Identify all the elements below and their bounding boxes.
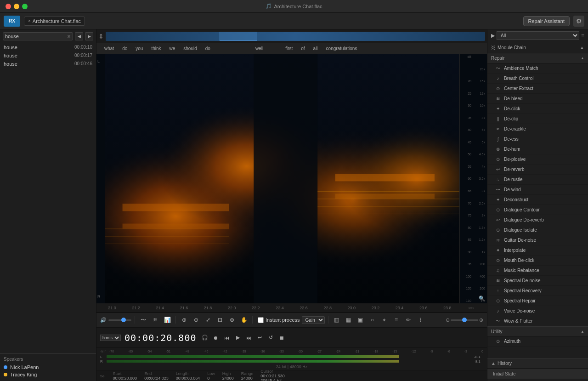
module-de-reverb[interactable]: ↩ De-reverb: [487, 165, 588, 175]
chain-expand-icon[interactable]: ▲: [580, 45, 584, 50]
history-initial-state[interactable]: Initial State: [487, 369, 588, 379]
module-deconstruct[interactable]: ✦ Deconstruct: [487, 195, 588, 205]
search-next-button[interactable]: ▶: [85, 32, 93, 40]
module-spectral-repair[interactable]: ⊙ Spectral Repair: [487, 296, 588, 306]
view-type-2-icon[interactable]: ▦: [344, 315, 354, 325]
waveform-minimap[interactable]: [106, 32, 485, 41]
word-chip[interactable]: do: [118, 45, 131, 52]
search-input-wrap[interactable]: ✕: [3, 32, 73, 40]
zoom-fit-icon[interactable]: ⤢: [203, 315, 213, 325]
module-de-plosive[interactable]: ⊙ De-plosive: [487, 154, 588, 165]
module-azimuth[interactable]: ⊙ Azimuth: [487, 336, 588, 347]
pencil-tool-icon[interactable]: ⌇: [415, 315, 425, 325]
zoom-out-icon[interactable]: ⊖: [191, 315, 201, 325]
lasso-tool-icon[interactable]: ⌖: [379, 315, 390, 325]
list-item[interactable]: house 00:00:17: [0, 51, 96, 60]
word-chip[interactable]: first: [281, 45, 297, 52]
list-item[interactable]: house 00:00:10: [0, 43, 96, 51]
view-type-1-icon[interactable]: ▥: [332, 315, 342, 325]
speaker-item[interactable]: Nick LaPenn: [4, 364, 92, 371]
module-dialogue-de-reverb[interactable]: ↩ Dialogue De-reverb: [487, 215, 588, 225]
module-de-hum[interactable]: ⊗ De-hum: [487, 144, 588, 154]
module-de-wind[interactable]: 〜 De-wind: [487, 185, 588, 195]
module-ambience-match[interactable]: 〜 Ambience Match: [487, 63, 588, 74]
noise-floor-icon[interactable]: ≋: [150, 315, 160, 325]
zoom-all-icon[interactable]: ⊕: [227, 315, 237, 325]
word-chip[interactable]: of: [297, 45, 309, 52]
module-de-bleed[interactable]: ≋ De-bleed: [487, 94, 588, 104]
zoom-in-small-icon[interactable]: ⊕: [479, 317, 483, 323]
module-spectral-recovery[interactable]: ↑ Spectral Recovery: [487, 286, 588, 296]
module-dialogue-contour[interactable]: ⊙ Dialogue Contour: [487, 205, 588, 215]
word-chip[interactable]: should: [179, 45, 201, 52]
module-interpolate[interactable]: ⁕ Interpolate: [487, 245, 588, 256]
end-button[interactable]: ⏹: [277, 333, 287, 342]
headphones-button[interactable]: 🎧: [200, 333, 209, 342]
module-voice-de-noise[interactable]: ♪ Voice De-noise: [487, 306, 588, 316]
module-wow-flutter[interactable]: 〜 Wow & Flutter: [487, 316, 588, 326]
search-clear-icon[interactable]: ✕: [67, 34, 71, 39]
word-chip[interactable]: we: [165, 45, 180, 52]
gain-select[interactable]: Gain: [302, 316, 325, 324]
record-button[interactable]: ⏺: [211, 333, 220, 342]
search-input[interactable]: [5, 34, 67, 39]
module-breath-control[interactable]: ♪ Breath Control: [487, 74, 588, 84]
module-de-click[interactable]: ✦ De-click: [487, 104, 588, 114]
zoom-slider[interactable]: [451, 319, 478, 321]
brush-tool-icon[interactable]: ≡: [391, 315, 401, 325]
word-chip[interactable]: you: [131, 45, 147, 52]
repair-assistant-button[interactable]: Repair Assistant: [523, 16, 570, 26]
list-item[interactable]: house 00:00:46: [0, 60, 96, 68]
word-chip[interactable]: congratulations: [322, 45, 362, 52]
word-chip[interactable]: all: [309, 45, 322, 52]
view-type-3-icon[interactable]: ▣: [356, 315, 366, 325]
history-expand-icon[interactable]: ▲: [491, 361, 496, 366]
eraser-tool-icon[interactable]: ✏: [403, 315, 413, 325]
module-mouth-de-click[interactable]: ⊙ Mouth De-click: [487, 256, 588, 266]
zoom-selection-icon[interactable]: ⊡: [215, 315, 225, 325]
zoom-in-icon[interactable]: ⊕: [179, 315, 189, 325]
loop2-button[interactable]: ↺: [266, 333, 276, 342]
maximize-button[interactable]: [22, 4, 28, 9]
speaker-icon[interactable]: 📊: [162, 315, 172, 325]
module-center-extract[interactable]: ⊙ Center Extract: [487, 84, 588, 94]
module-filter-select[interactable]: All Repair Utility: [497, 31, 579, 40]
selection-tool-icon[interactable]: ○: [368, 315, 378, 325]
word-chip[interactable]: think: [147, 45, 165, 52]
module-spectral-de-noise[interactable]: ≋ Spectral De-noise: [487, 276, 588, 286]
volume-slider[interactable]: [108, 319, 131, 321]
word-chip[interactable]: do: [201, 45, 215, 52]
panel-play-button[interactable]: ▶: [491, 33, 495, 39]
speaker-item[interactable]: Tracey King: [4, 371, 92, 378]
minimize-button[interactable]: [14, 4, 19, 9]
zoom-spectrogram-icon[interactable]: 🔍: [479, 296, 485, 301]
hand-icon[interactable]: ✋: [239, 315, 249, 325]
module-guitar-de-noise[interactable]: ≋ Guitar De-noise: [487, 235, 588, 245]
loop-button[interactable]: ↩: [255, 333, 265, 342]
spectrogram-container[interactable]: L R: [96, 54, 487, 303]
close-button[interactable]: [6, 4, 11, 9]
zoom-out-small-icon[interactable]: ⊖: [446, 317, 450, 323]
module-dialogue-isolate[interactable]: ⊙ Dialogue Isolate: [487, 225, 588, 235]
expand-icon[interactable]: ⇕: [98, 33, 104, 40]
tab-close[interactable]: ×: [28, 18, 31, 23]
file-tab[interactable]: × Architecture Chat.flac: [24, 17, 85, 26]
time-format-select[interactable]: h:m:s: [100, 335, 121, 341]
back-button[interactable]: ⏮: [222, 333, 232, 342]
play-button[interactable]: ▶: [233, 333, 243, 342]
module-de-ess[interactable]: ∫ De-ess: [487, 134, 588, 144]
repair-expand-icon[interactable]: ▲: [581, 56, 584, 60]
utility-expand-icon[interactable]: ▲: [581, 330, 584, 334]
instant-process-checkbox[interactable]: [258, 317, 264, 323]
module-music-rebalance[interactable]: ♫ Music Rebalance: [487, 266, 588, 276]
word-chip[interactable]: what: [100, 45, 118, 52]
spectrogram-canvas[interactable]: [105, 54, 459, 303]
module-de-crackle[interactable]: ≈ De-crackle: [487, 124, 588, 134]
settings-icon[interactable]: ⚙: [573, 16, 584, 27]
module-de-clip[interactable]: || De-clip: [487, 114, 588, 124]
search-prev-button[interactable]: ◀: [75, 32, 83, 40]
module-de-rustle[interactable]: ≈ De-rustle: [487, 175, 588, 185]
panel-list-icon[interactable]: ≡: [581, 33, 584, 39]
waveform-toggle-icon[interactable]: 〜: [138, 315, 148, 325]
word-chip[interactable]: well: [251, 45, 267, 52]
